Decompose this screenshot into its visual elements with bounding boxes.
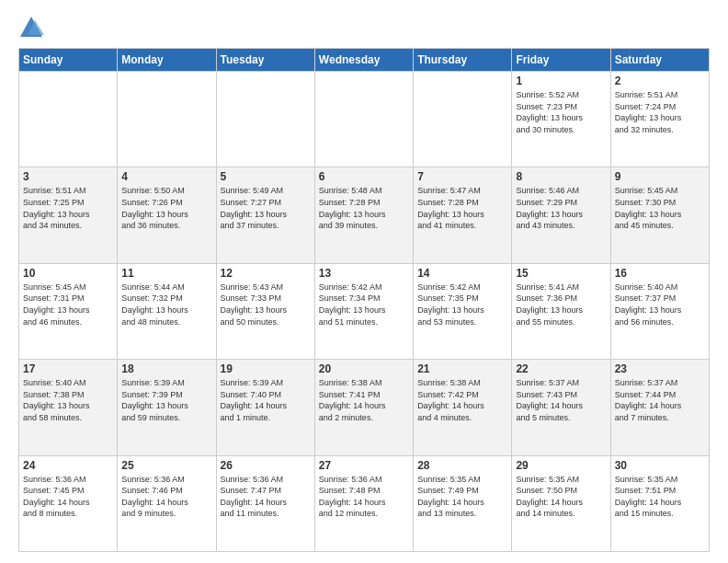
day-info: Sunrise: 5:39 AMSunset: 7:40 PMDaylight:…: [221, 377, 311, 423]
day-info: Sunrise: 5:41 AMSunset: 7:36 PMDaylight:…: [516, 282, 606, 327]
calendar-cell: 17Sunrise: 5:40 AMSunset: 7:38 PMDayligh…: [19, 360, 118, 455]
day-number: 30: [615, 459, 705, 472]
day-info: Sunrise: 5:36 AMSunset: 7:47 PMDaylight:…: [221, 474, 311, 520]
calendar-cell: 24Sunrise: 5:36 AMSunset: 7:45 PMDayligh…: [19, 455, 118, 551]
day-info: Sunrise: 5:51 AMSunset: 7:25 PMDaylight:…: [23, 185, 113, 231]
day-info: Sunrise: 5:45 AMSunset: 7:31 PMDaylight:…: [23, 282, 113, 327]
calendar-cell: 28Sunrise: 5:35 AMSunset: 7:49 PMDayligh…: [414, 455, 512, 551]
calendar-cell: 14Sunrise: 5:42 AMSunset: 7:35 PMDayligh…: [414, 263, 512, 359]
day-number: 12: [221, 267, 311, 280]
calendar-cell: 15Sunrise: 5:41 AMSunset: 7:36 PMDayligh…: [512, 263, 610, 359]
day-info: Sunrise: 5:52 AMSunset: 7:23 PMDaylight:…: [516, 89, 606, 135]
calendar-week-row: 1Sunrise: 5:52 AMSunset: 7:23 PMDaylight…: [19, 72, 710, 167]
day-info: Sunrise: 5:50 AMSunset: 7:26 PMDaylight:…: [121, 185, 211, 231]
day-number: 6: [319, 170, 409, 183]
day-info: Sunrise: 5:36 AMSunset: 7:45 PMDaylight:…: [23, 474, 113, 520]
page: SundayMondayTuesdayWednesdayThursdayFrid…: [0, 0, 728, 563]
day-number: 5: [221, 170, 311, 183]
calendar-cell: 22Sunrise: 5:37 AMSunset: 7:43 PMDayligh…: [512, 360, 610, 455]
day-number: 3: [23, 170, 113, 183]
calendar-cell: 13Sunrise: 5:42 AMSunset: 7:34 PMDayligh…: [314, 263, 413, 359]
day-info: Sunrise: 5:36 AMSunset: 7:46 PMDaylight:…: [121, 474, 211, 520]
day-number: 13: [319, 267, 409, 280]
day-number: 29: [516, 459, 606, 472]
weekday-header: Tuesday: [216, 49, 314, 72]
calendar-cell: 25Sunrise: 5:36 AMSunset: 7:46 PMDayligh…: [118, 455, 216, 551]
day-number: 17: [23, 362, 113, 375]
calendar-cell: 8Sunrise: 5:46 AMSunset: 7:29 PMDaylight…: [512, 167, 610, 263]
day-info: Sunrise: 5:40 AMSunset: 7:37 PMDaylight:…: [615, 282, 705, 327]
day-number: 2: [615, 75, 705, 87]
logo-icon: [18, 15, 44, 40]
day-number: 7: [417, 170, 507, 183]
calendar-cell: 29Sunrise: 5:35 AMSunset: 7:50 PMDayligh…: [512, 455, 610, 551]
calendar-week-row: 24Sunrise: 5:36 AMSunset: 7:45 PMDayligh…: [19, 455, 710, 551]
day-info: Sunrise: 5:36 AMSunset: 7:48 PMDaylight:…: [319, 474, 409, 520]
day-number: 25: [121, 459, 211, 472]
day-number: 22: [516, 362, 606, 375]
day-number: 24: [23, 459, 113, 472]
calendar-cell: 10Sunrise: 5:45 AMSunset: 7:31 PMDayligh…: [19, 263, 118, 359]
calendar-cell: 23Sunrise: 5:37 AMSunset: 7:44 PMDayligh…: [610, 360, 709, 455]
calendar-week-row: 17Sunrise: 5:40 AMSunset: 7:38 PMDayligh…: [19, 360, 710, 455]
calendar-cell: [216, 72, 314, 167]
day-info: Sunrise: 5:51 AMSunset: 7:24 PMDaylight:…: [615, 89, 705, 135]
day-number: 8: [516, 170, 606, 183]
calendar-cell: 21Sunrise: 5:38 AMSunset: 7:42 PMDayligh…: [414, 360, 512, 455]
calendar-cell: 6Sunrise: 5:48 AMSunset: 7:28 PMDaylight…: [314, 167, 413, 263]
day-info: Sunrise: 5:48 AMSunset: 7:28 PMDaylight:…: [319, 185, 409, 231]
day-info: Sunrise: 5:42 AMSunset: 7:34 PMDaylight:…: [319, 282, 409, 327]
day-number: 10: [23, 267, 113, 280]
calendar-cell: [19, 72, 118, 167]
day-info: Sunrise: 5:37 AMSunset: 7:44 PMDaylight:…: [615, 377, 705, 423]
day-number: 4: [121, 170, 211, 183]
day-info: Sunrise: 5:44 AMSunset: 7:32 PMDaylight:…: [121, 282, 211, 327]
weekday-header: Monday: [118, 49, 216, 72]
day-number: 19: [221, 362, 311, 375]
weekday-header: Friday: [512, 49, 610, 72]
day-number: 20: [319, 362, 409, 375]
day-info: Sunrise: 5:43 AMSunset: 7:33 PMDaylight:…: [221, 282, 311, 327]
day-info: Sunrise: 5:49 AMSunset: 7:27 PMDaylight:…: [221, 185, 311, 231]
calendar-cell: [314, 72, 413, 167]
calendar-week-row: 10Sunrise: 5:45 AMSunset: 7:31 PMDayligh…: [19, 263, 710, 359]
day-info: Sunrise: 5:35 AMSunset: 7:51 PMDaylight:…: [615, 474, 705, 520]
calendar-cell: 4Sunrise: 5:50 AMSunset: 7:26 PMDaylight…: [118, 167, 216, 263]
day-info: Sunrise: 5:39 AMSunset: 7:39 PMDaylight:…: [121, 377, 211, 423]
calendar-cell: 2Sunrise: 5:51 AMSunset: 7:24 PMDaylight…: [610, 72, 709, 167]
day-info: Sunrise: 5:42 AMSunset: 7:35 PMDaylight:…: [417, 282, 507, 327]
day-number: 14: [417, 267, 507, 280]
calendar-cell: 20Sunrise: 5:38 AMSunset: 7:41 PMDayligh…: [314, 360, 413, 455]
calendar-cell: 27Sunrise: 5:36 AMSunset: 7:48 PMDayligh…: [314, 455, 413, 551]
day-number: 28: [417, 459, 507, 472]
day-info: Sunrise: 5:45 AMSunset: 7:30 PMDaylight:…: [615, 185, 705, 231]
day-number: 21: [417, 362, 507, 375]
day-number: 16: [615, 267, 705, 280]
calendar-table: SundayMondayTuesdayWednesdayThursdayFrid…: [18, 48, 710, 552]
calendar-cell: 1Sunrise: 5:52 AMSunset: 7:23 PMDaylight…: [512, 72, 610, 167]
day-info: Sunrise: 5:47 AMSunset: 7:28 PMDaylight:…: [417, 185, 507, 231]
calendar-cell: [414, 72, 512, 167]
calendar-cell: 19Sunrise: 5:39 AMSunset: 7:40 PMDayligh…: [216, 360, 314, 455]
day-number: 1: [516, 75, 606, 87]
day-number: 9: [615, 170, 705, 183]
calendar-cell: [118, 72, 216, 167]
logo: [18, 15, 48, 40]
weekday-header: Sunday: [19, 49, 118, 72]
day-info: Sunrise: 5:46 AMSunset: 7:29 PMDaylight:…: [516, 185, 606, 231]
calendar-cell: 16Sunrise: 5:40 AMSunset: 7:37 PMDayligh…: [610, 263, 709, 359]
header: [18, 15, 710, 40]
day-info: Sunrise: 5:35 AMSunset: 7:50 PMDaylight:…: [516, 474, 606, 520]
day-number: 26: [221, 459, 311, 472]
calendar-cell: 7Sunrise: 5:47 AMSunset: 7:28 PMDaylight…: [414, 167, 512, 263]
calendar-cell: 3Sunrise: 5:51 AMSunset: 7:25 PMDaylight…: [19, 167, 118, 263]
day-info: Sunrise: 5:38 AMSunset: 7:42 PMDaylight:…: [417, 377, 507, 423]
calendar-cell: 26Sunrise: 5:36 AMSunset: 7:47 PMDayligh…: [216, 455, 314, 551]
day-number: 18: [121, 362, 211, 375]
day-info: Sunrise: 5:35 AMSunset: 7:49 PMDaylight:…: [417, 474, 507, 520]
calendar-cell: 11Sunrise: 5:44 AMSunset: 7:32 PMDayligh…: [118, 263, 216, 359]
calendar-cell: 12Sunrise: 5:43 AMSunset: 7:33 PMDayligh…: [216, 263, 314, 359]
weekday-header: Thursday: [414, 49, 512, 72]
calendar-week-row: 3Sunrise: 5:51 AMSunset: 7:25 PMDaylight…: [19, 167, 710, 263]
calendar-header-row: SundayMondayTuesdayWednesdayThursdayFrid…: [19, 49, 710, 72]
